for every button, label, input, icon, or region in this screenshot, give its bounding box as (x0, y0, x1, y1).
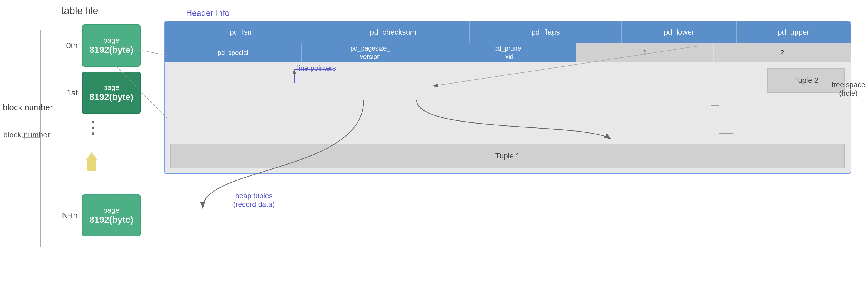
page-1st-size: 8192(byte) (89, 92, 133, 102)
arrow-up-shaft (88, 160, 96, 171)
page-nth-row: N-th page 8192(byte) (56, 194, 141, 236)
line-pointers-label: line pointers (297, 64, 336, 72)
page-nth-label: N-th (56, 211, 78, 220)
block-number-label: block number (3, 103, 53, 112)
tuple-1-box: Tuple 1 (170, 143, 845, 168)
page-structure-box: pd_lsn pd_checksum pd_flags pd_lower pd_… (164, 21, 851, 174)
field-pd-lsn: pd_lsn (165, 21, 317, 43)
field-pd-upper: pd_upper (737, 21, 850, 43)
header-info-section: Header Info pd_lsn pd_checksum pd_flags … (164, 8, 851, 174)
page-0th-box: page 8192(byte) (82, 25, 141, 67)
page-0th-size: 8192(byte) (89, 45, 133, 55)
page-1st-box: page 8192(byte) (82, 72, 141, 114)
line-pointer-1: 1 (577, 43, 714, 63)
field-pd-pagesize-version: pd_pagesize_version (302, 43, 439, 63)
content-area: Tuple 2 Tuple 1 (165, 63, 850, 173)
page-nth-title: page (103, 206, 119, 214)
page-nth-box: page 8192(byte) (82, 194, 141, 236)
page-1st-label: 1st (56, 88, 78, 97)
dot-3 (92, 132, 94, 135)
table-file-label: table file (61, 5, 98, 16)
field-pd-prune-xid: pd_prune_xid (439, 43, 577, 63)
page-0th-row: 0th page 8192(byte) (56, 25, 141, 67)
free-space-label: free space(hole) (832, 80, 865, 98)
diagram-container: table file block number block number 0th… (0, 0, 868, 302)
header-row-2: pd_special pd_pagesize_version pd_prune_… (165, 43, 850, 63)
page-1st-title: page (103, 83, 119, 92)
header-row-1: pd_lsn pd_checksum pd_flags pd_lower pd_… (165, 21, 850, 43)
field-pd-checksum: pd_checksum (317, 21, 469, 43)
header-info-label: Header Info (186, 8, 851, 18)
heap-tuples-label: heap tuples(record data) (233, 192, 275, 209)
page-1st-row: 1st page 8192(byte) (56, 72, 141, 114)
page-nth-size: 8192(byte) (89, 214, 133, 225)
page-0th-label: 0th (56, 41, 78, 50)
dot-1 (92, 121, 94, 123)
dot-2 (92, 127, 94, 129)
block-number-text: block number (3, 130, 50, 139)
page-0th-title: page (103, 36, 119, 45)
field-pd-lower: pd_lower (622, 21, 736, 43)
block-number-brace (0, 0, 56, 302)
arrow-up-area (86, 152, 97, 171)
dots-area (92, 121, 94, 135)
field-pd-special: pd_special (165, 43, 302, 63)
line-pointer-2: 2 (714, 43, 850, 63)
arrow-up-icon (86, 152, 97, 160)
field-pd-flags: pd_flags (469, 21, 622, 43)
